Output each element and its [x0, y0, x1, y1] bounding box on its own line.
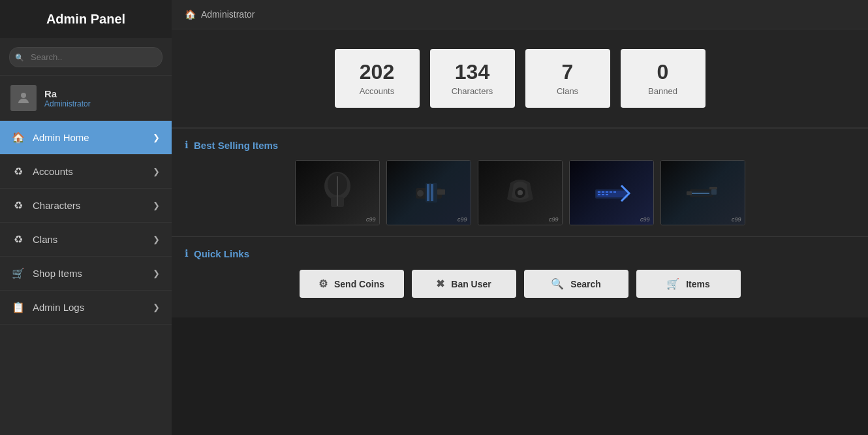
sidebar: Admin Panel Ra Administrator 🏠 Admin Hom… [0, 0, 172, 435]
item-thumb-3[interactable]: c99 [478, 160, 563, 225]
svg-rect-20 [598, 194, 600, 195]
search-container [0, 39, 172, 76]
quick-links-header: ℹ Quick Links [185, 248, 855, 259]
sidebar-nav: 🏠 Admin Home ❯ ♻ Accounts ❯ ♻ Characters… [0, 121, 172, 435]
logs-icon: 📋 [12, 301, 25, 314]
sidebar-item-label: Accounts [33, 166, 73, 177]
gear-icon: ⚙ [318, 278, 328, 290]
item-label-2: c99 [457, 216, 467, 223]
sidebar-item-label: Characters [33, 200, 80, 211]
stat-number-banned: 0 [630, 61, 696, 84]
username: Ra [44, 88, 91, 99]
sidebar-item-label: Admin Home [33, 132, 89, 143]
accounts-icon: ♻ [12, 165, 25, 178]
item-image-1 [315, 170, 360, 216]
best-selling-header: ℹ Best Selling Items [185, 139, 855, 151]
item-image-2 [406, 170, 452, 216]
svg-rect-18 [610, 191, 612, 193]
ban-user-button[interactable]: ✖ Ban User [412, 270, 516, 298]
stat-card-clans: 7 Clans [525, 49, 610, 108]
sidebar-item-admin-logs[interactable]: 📋 Admin Logs ❯ [0, 291, 172, 325]
characters-icon: ♻ [12, 199, 25, 212]
shop-icon: 🛒 [12, 267, 25, 280]
chevron-right-icon: ❯ [153, 302, 160, 312]
sidebar-item-clans[interactable]: ♻ Clans ❯ [0, 223, 172, 257]
chevron-right-icon: ❯ [153, 167, 160, 176]
item-image-3 [497, 170, 543, 216]
best-selling-section: ℹ Best Selling Items c99 [172, 129, 868, 237]
chevron-right-icon: ❯ [153, 133, 160, 142]
svg-point-9 [417, 190, 424, 197]
breadcrumb: Administrator [201, 9, 255, 20]
svg-point-0 [21, 93, 26, 98]
svg-rect-15 [598, 191, 600, 193]
sidebar-item-label: Admin Logs [33, 302, 84, 313]
sidebar-item-accounts[interactable]: ♻ Accounts ❯ [0, 155, 172, 189]
items-grid: c99 c99 [185, 160, 855, 225]
svg-rect-17 [606, 191, 608, 193]
item-image-4 [589, 170, 634, 216]
stat-label-clans: Clans [535, 86, 601, 96]
search-button[interactable]: 🔍 Search [524, 270, 628, 298]
stat-label-characters: Characters [439, 86, 506, 96]
item-thumb-2[interactable]: c99 [386, 160, 471, 225]
svg-rect-25 [709, 187, 717, 189]
item-thumb-5[interactable]: c99 [660, 160, 745, 225]
chevron-right-icon: ❯ [153, 234, 160, 244]
send-coins-label: Send Coins [334, 279, 384, 289]
best-selling-title: Best Selling Items [194, 140, 278, 151]
sidebar-item-characters[interactable]: ♻ Characters ❯ [0, 189, 172, 223]
search-icon: 🔍 [551, 278, 564, 290]
quick-links-section: ℹ Quick Links ⚙ Send Coins ✖ Ban User 🔍 … [172, 237, 868, 317]
stat-number-characters: 134 [439, 61, 506, 84]
svg-rect-8 [431, 184, 433, 201]
svg-rect-26 [711, 189, 717, 195]
avatar [10, 85, 37, 111]
cart-icon: 🛒 [666, 278, 679, 290]
quick-links-buttons: ⚙ Send Coins ✖ Ban User 🔍 Search 🛒 Items [185, 270, 855, 298]
item-label-4: c99 [640, 216, 650, 223]
stat-number-clans: 7 [535, 61, 601, 84]
search-label: Search [570, 279, 601, 289]
items-button[interactable]: 🛒 Items [636, 270, 741, 298]
topbar: 🏠 Administrator [172, 0, 868, 29]
sidebar-item-shop-items[interactable]: 🛒 Shop Items ❯ [0, 257, 172, 291]
svg-rect-7 [427, 184, 429, 201]
stat-number-accounts: 202 [344, 61, 411, 84]
stat-label-banned: Banned [630, 86, 696, 96]
x-icon: ✖ [436, 278, 444, 290]
sidebar-title: Admin Panel [0, 0, 172, 39]
svg-rect-16 [602, 191, 604, 193]
info-icon-2: ℹ [185, 248, 189, 259]
item-thumb-1[interactable]: c99 [295, 160, 380, 225]
svg-rect-19 [613, 191, 616, 193]
item-image-5 [680, 170, 726, 216]
send-coins-button[interactable]: ⚙ Send Coins [300, 270, 404, 298]
item-label-3: c99 [549, 216, 559, 223]
user-role: Administrator [44, 99, 91, 108]
user-details: Ra Administrator [44, 88, 91, 108]
home-breadcrumb-icon: 🏠 [185, 9, 196, 20]
info-icon: ℹ [185, 139, 189, 151]
stat-card-accounts: 202 Accounts [335, 49, 420, 108]
stat-card-characters: 134 Characters [430, 49, 515, 108]
item-label-1: c99 [366, 216, 376, 223]
quick-links-title: Quick Links [194, 248, 249, 259]
svg-rect-10 [437, 189, 445, 195]
search-input[interactable] [9, 47, 163, 67]
sidebar-item-admin-home[interactable]: 🏠 Admin Home ❯ [0, 121, 172, 155]
stat-label-accounts: Accounts [344, 86, 411, 96]
user-info: Ra Administrator [0, 76, 172, 121]
sidebar-item-label: Shop Items [33, 268, 82, 279]
svg-rect-21 [602, 194, 604, 195]
svg-point-12 [518, 190, 523, 195]
chevron-right-icon: ❯ [153, 268, 160, 278]
item-thumb-4[interactable]: c99 [569, 160, 654, 225]
user-icon [16, 90, 31, 106]
items-label: Items [686, 279, 710, 289]
home-icon: 🏠 [12, 131, 25, 144]
stat-card-banned: 0 Banned [621, 49, 705, 108]
svg-rect-22 [606, 194, 608, 195]
stats-section: 202 Accounts 134 Characters 7 Clans 0 Ba… [172, 29, 868, 129]
svg-rect-27 [687, 191, 692, 195]
